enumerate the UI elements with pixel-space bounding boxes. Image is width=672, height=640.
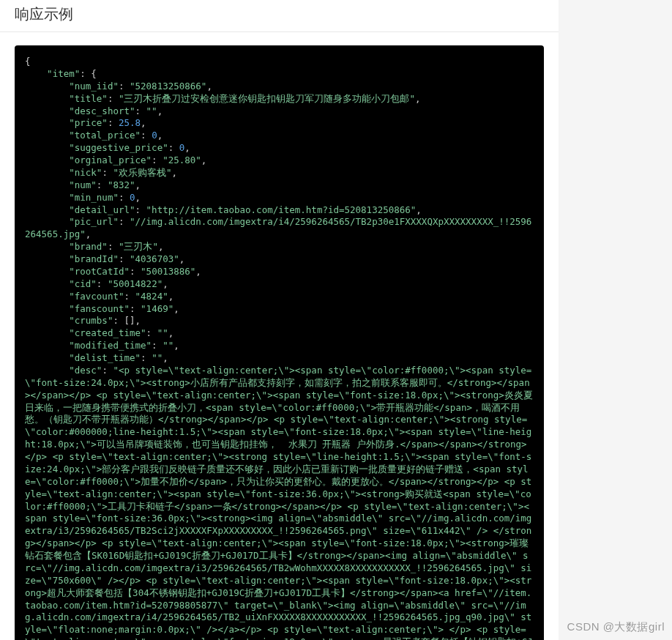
sidebar-empty	[559, 0, 672, 640]
watermark: CSDN @大数据girl	[567, 620, 665, 634]
code-block: { "item": { "num_iid": "520813250866", "…	[15, 45, 544, 640]
section-title: 响应示例	[0, 0, 559, 32]
